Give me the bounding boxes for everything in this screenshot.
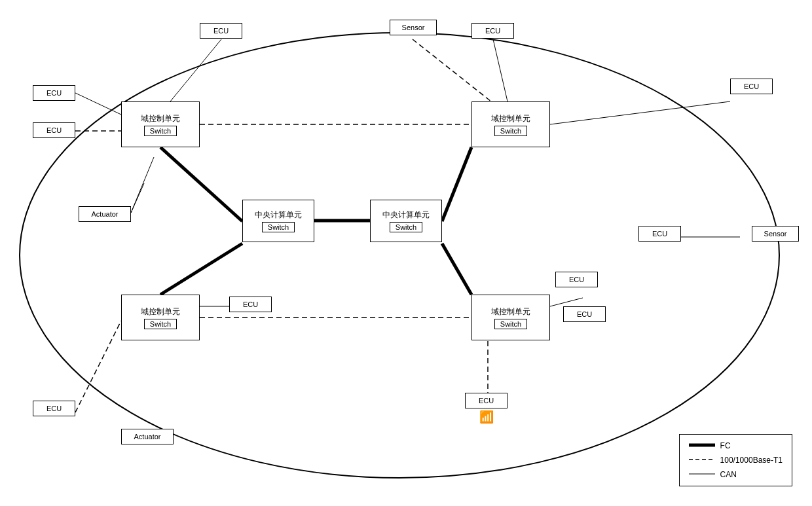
domain-ctrl-br: 域控制单元 Switch [471,295,550,340]
actuator-bl: Actuator [121,429,174,444]
ecu-bl-left-label: ECU [46,405,62,412]
ecu-tl-left-label: ECU [46,89,62,97]
svg-line-9 [75,321,121,412]
ecu-bl-inner-label: ECU [243,300,258,308]
legend-can-label: CAN [720,470,737,479]
ecu-bl-left: ECU [33,401,75,416]
svg-line-16 [550,298,583,306]
actuator-bl-label: Actuator [134,433,161,441]
legend: FC 100/1000Base-T1 CAN [679,434,792,486]
domain-ctrl-tr-switch: Switch [494,126,527,136]
legend-ethernet-line [689,456,715,465]
domain-ctrl-bl-switch: Switch [144,319,177,329]
central-comp-left: 中央计算单元 Switch [242,200,314,242]
ecu-br-bottom-label: ECU [479,397,494,405]
domain-ctrl-tl-switch: Switch [144,126,177,136]
svg-line-20 [131,157,154,213]
svg-line-12 [170,39,221,101]
ecu-tr-top-label: ECU [485,27,500,35]
ecu-tl-left: ECU [33,85,75,101]
ecu-right-mid-label: ECU [652,230,667,238]
legend-fc: FC [689,441,783,450]
ecu-br-inner2-label: ECU [577,310,592,318]
legend-ethernet: 100/1000Base-T1 [689,456,783,465]
central-comp-right-switch: Switch [390,222,422,232]
ecu-tr-top: ECU [471,23,514,39]
legend-can-line [689,470,715,479]
domain-ctrl-bl-label: 域控制单元 [141,306,180,317]
svg-line-3 [442,147,471,221]
sensor-top: Sensor [390,20,437,35]
svg-line-19 [131,183,144,213]
legend-fc-label: FC [720,441,731,450]
ecu-tl-left2-label: ECU [46,126,62,134]
domain-ctrl-tl-label: 域控制单元 [141,113,180,124]
ecu-br-bottom: ECU [465,393,507,408]
svg-line-2 [160,244,242,295]
central-comp-right: 中央计算单元 Switch [370,200,442,242]
legend-can: CAN [689,470,783,479]
svg-line-10 [413,39,491,101]
ecu-tr-right-label: ECU [744,82,759,90]
ecu-br-inner: ECU [555,272,598,287]
svg-line-14 [550,101,730,124]
sensor-top-label: Sensor [402,24,425,31]
svg-line-4 [442,244,471,295]
wifi-icon: 📶 [479,410,494,424]
ecu-br-inner2: ECU [563,306,606,322]
legend-ethernet-label: 100/1000Base-T1 [720,456,783,465]
svg-point-0 [20,33,779,478]
actuator-tl: Actuator [79,206,131,222]
sensor-right: Sensor [752,226,799,242]
ecu-tr-right: ECU [730,79,773,94]
actuator-tl-label: Actuator [92,210,119,218]
central-comp-left-switch: Switch [262,222,295,232]
domain-ctrl-tr: 域控制单元 Switch [471,101,550,147]
domain-ctrl-tr-label: 域控制单元 [491,113,530,124]
domain-ctrl-tl: 域控制单元 Switch [121,101,200,147]
ecu-right-mid: ECU [638,226,681,242]
svg-line-1 [160,147,242,221]
domain-ctrl-br-switch: Switch [494,319,527,329]
central-comp-right-label: 中央计算单元 [382,209,430,221]
diagram-container: 域控制单元 Switch 域控制单元 Switch 域控制单元 Switch 域… [0,0,812,506]
ecu-br-bottom-container: ECU 📶 [465,393,507,424]
ecu-tl-top-label: ECU [213,27,229,35]
ecu-tl-top: ECU [200,23,242,39]
svg-line-13 [493,39,507,101]
svg-line-21 [75,93,121,115]
ecu-bl-inner: ECU [229,297,272,312]
domain-ctrl-bl: 域控制单元 Switch [121,295,200,340]
ecu-br-inner-label: ECU [569,276,584,283]
ecu-tl-left2: ECU [33,122,75,138]
sensor-right-label: Sensor [764,230,787,238]
domain-ctrl-br-label: 域控制单元 [491,306,530,317]
legend-fc-line [689,441,715,450]
central-comp-left-label: 中央计算单元 [255,209,302,221]
